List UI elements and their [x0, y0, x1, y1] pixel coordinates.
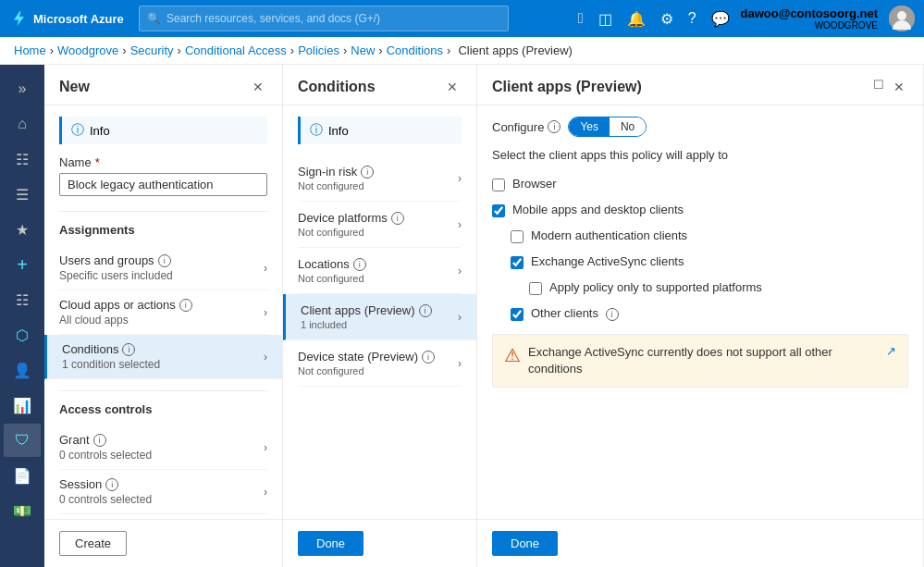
no-option[interactable]: No [610, 117, 646, 136]
maximize-icon[interactable]: ☐ [873, 78, 884, 96]
apply-policy-row: Apply policy only to supported platforms [529, 278, 908, 297]
exchange-sync-checkbox[interactable] [511, 256, 524, 269]
name-form-group: Name * [59, 155, 267, 196]
client-apps-close[interactable]: ✕ [890, 78, 908, 96]
session-value: 0 controls selected [59, 493, 264, 506]
breadcrumb-policies[interactable]: Policies [298, 43, 339, 57]
conditions-done-button[interactable]: Done [298, 531, 363, 556]
help-icon[interactable]: ? [684, 6, 700, 31]
access-controls-title: Access controls [59, 402, 267, 416]
browser-label: Browser [512, 177, 557, 191]
browser-checkbox[interactable] [492, 179, 505, 191]
conditions-item[interactable]: Conditions i 1 condition selected › [44, 335, 282, 379]
yes-option[interactable]: Yes [569, 117, 610, 136]
new-panel-footer: Create [44, 519, 282, 567]
panels-container: New ✕ ⓘ Info Name * Assignments [44, 65, 924, 567]
create-resource-icon[interactable]: + [4, 248, 41, 281]
azure-logo: Microsoft Azure [9, 9, 129, 28]
modern-auth-checkbox[interactable] [511, 230, 524, 243]
name-input[interactable] [59, 173, 267, 196]
client-apps-inner: Client apps (Preview) ☐ ✕ Configure i Ye… [477, 65, 923, 567]
conditions-panel: Conditions ✕ ⓘ Info Sign-in risk i Not c… [283, 65, 477, 567]
services-icon[interactable]: ☷ [4, 283, 41, 316]
device-state-arrow: › [458, 357, 462, 370]
warning-box: ⚠ Exchange ActiveSync currently does not… [492, 334, 908, 388]
client-apps-panel: Client apps (Preview) ☐ ✕ Configure i Ye… [477, 65, 924, 567]
assignments-title: Assignments [59, 223, 267, 237]
sidebar-icons: » ⌂ ☷ ☰ ★ + ☷ ⬡ 👤 📊 🛡 📄 💵 [0, 65, 44, 567]
new-panel: New ✕ ⓘ Info Name * Assignments [44, 65, 283, 567]
grant-item[interactable]: Grant i 0 controls selected › [59, 425, 267, 470]
policy-icon[interactable]: 📄 [4, 459, 41, 492]
new-info-section: ⓘ Info [59, 117, 267, 144]
cloud-apps-arrow-icon: › [264, 306, 267, 319]
collapse-sidebar-icon[interactable]: » [4, 72, 41, 105]
device-state-info-icon: i [422, 351, 435, 364]
users-icon[interactable]: 👤 [4, 353, 41, 387]
session-item[interactable]: Session i 0 controls selected › [59, 470, 267, 514]
other-clients-checkbox[interactable] [511, 308, 524, 321]
search-icon: 🔍 [147, 12, 161, 25]
conditions-panel-close[interactable]: ✕ [443, 78, 462, 96]
search-input[interactable] [166, 12, 500, 25]
directory-icon[interactable]: ◫ [595, 6, 616, 31]
external-link-icon[interactable]: ↗ [886, 344, 896, 377]
cloud-apps-info-icon: i [179, 299, 192, 312]
device-platforms-arrow: › [458, 218, 462, 231]
client-apps-value: 1 included [301, 319, 432, 330]
conditions-arrow-icon: › [264, 351, 267, 364]
security-icon[interactable]: 🛡 [4, 424, 41, 457]
sub-section: Modern authentication clients Exchange A… [511, 227, 908, 323]
settings-icon[interactable]: ⚙ [657, 6, 677, 31]
breadcrumb-conditions[interactable]: Conditions [387, 43, 443, 57]
cloud-shell-icon[interactable]:  [574, 6, 587, 31]
client-apps-row[interactable]: Client apps (Preview) i 1 included › [283, 294, 476, 340]
breadcrumb-security[interactable]: Security [130, 43, 174, 57]
create-button[interactable]: Create [59, 531, 127, 556]
aad-icon[interactable]: ⬡ [4, 318, 41, 351]
modern-auth-row: Modern authentication clients [511, 227, 908, 245]
new-panel-close[interactable]: ✕ [249, 78, 267, 96]
client-apps-title: Client apps (Preview) [492, 79, 642, 95]
feedback-icon[interactable]: 💬 [708, 6, 733, 31]
breadcrumb-home[interactable]: Home [14, 43, 46, 57]
conditions-panel-title: Conditions [298, 79, 376, 95]
conditions-panel-content: ⓘ Info Sign-in risk i Not configured › [283, 105, 476, 519]
grant-arrow-icon: › [264, 441, 267, 454]
session-arrow-icon: › [264, 486, 267, 499]
user-info: dawoo@contosoorg.net WOODGROVE [741, 6, 915, 31]
breadcrumb-new[interactable]: New [351, 43, 375, 57]
client-apps-header: Client apps (Preview) ☐ ✕ [477, 65, 923, 105]
monitor-icon[interactable]: 📊 [4, 388, 41, 422]
client-apps-done-button[interactable]: Done [492, 531, 558, 556]
notifications-icon[interactable]: 🔔 [623, 6, 649, 31]
nav-icons:  ◫ 🔔 ⚙ ? 💬 dawoo@contosoorg.net WOODGRO… [574, 6, 915, 31]
device-platforms-info-icon: i [391, 212, 404, 225]
home-nav-icon[interactable]: ⌂ [4, 107, 41, 141]
mobile-label: Mobile apps and desktop clients [512, 203, 684, 216]
cost-icon[interactable]: 💵 [4, 494, 41, 527]
logo-text: Microsoft Azure [33, 12, 124, 26]
sign-in-risk-row[interactable]: Sign-in risk i Not configured › [298, 155, 462, 202]
device-platforms-row[interactable]: Device platforms i Not configured › [298, 202, 462, 248]
info-icon-new: ⓘ [71, 122, 84, 139]
dashboard-nav-icon[interactable]: ☷ [4, 142, 41, 176]
device-state-row[interactable]: Device state (Preview) i Not configured … [298, 340, 462, 387]
users-groups-item[interactable]: Users and groups i Specific users includ… [59, 246, 267, 290]
cloud-apps-item[interactable]: Cloud apps or actions i All cloud apps › [59, 290, 267, 335]
exchange-sync-row: Exchange ActiveSync clients [511, 253, 908, 271]
breadcrumb-conditional-access[interactable]: Conditional Access [185, 43, 287, 57]
apply-policy-checkbox[interactable] [529, 282, 542, 295]
menu-nav-icon[interactable]: ☰ [4, 178, 41, 211]
search-bar[interactable]: 🔍 [139, 6, 509, 31]
new-panel-title: New [59, 79, 90, 95]
svg-point-1 [897, 11, 906, 20]
client-apps-description: Select the client apps this policy will … [492, 148, 908, 162]
locations-row[interactable]: Locations i Not configured › [298, 248, 462, 294]
star-nav-icon[interactable]: ★ [4, 213, 41, 246]
session-info-icon: i [105, 478, 118, 491]
device-state-value: Not configured [298, 365, 435, 376]
warning-triangle-icon: ⚠ [504, 344, 521, 377]
breadcrumb-woodgrove[interactable]: Woodgrove [57, 43, 118, 57]
mobile-checkbox[interactable] [492, 204, 505, 217]
